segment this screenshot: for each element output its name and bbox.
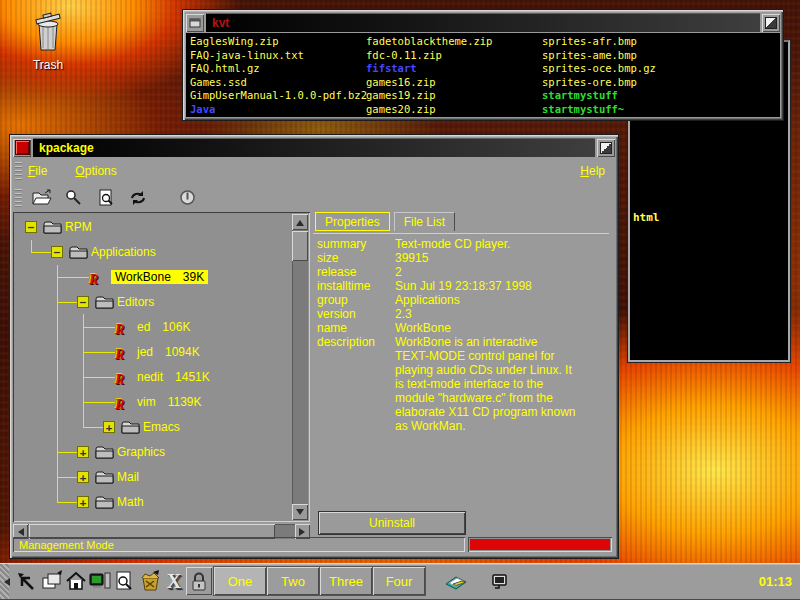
terminal-line: FAQ-java-linux.txt [190,49,367,63]
property-value: WorkBone is an interactive TEXT-MODE con… [395,335,576,433]
tab-properties[interactable]: Properties [315,212,390,231]
menu-help[interactable]: Help [580,164,605,178]
home-button[interactable] [63,568,89,594]
tree-expand-toggle[interactable]: + [77,471,89,483]
property-key: installtime [315,279,395,293]
find-package-button[interactable] [60,185,87,210]
scroll-down-button[interactable] [292,504,308,520]
open-package-button[interactable] [28,185,55,210]
tree-item-applications[interactable]: −Applications [15,240,292,265]
terminal-line: sprites-afr.bmp [542,35,656,49]
tree-item-label: RPM [65,220,92,234]
terminal-line: Games.ssd [190,76,367,90]
kvt-terminal-window[interactable]: kvt EaglesWing.zipFAQ-java-linux.txtFAQ.… [183,10,783,120]
tree-item-label: Emacs [143,420,180,434]
tree-expand-toggle[interactable]: + [77,496,89,508]
taskbar-window-button[interactable] [487,568,513,594]
tree-item-editors[interactable]: −Editors [15,290,292,315]
kvt-window-title: kvt [206,16,229,30]
menu-file[interactable]: File [28,164,47,178]
trash-desktop-icon[interactable]: Trash [16,12,80,72]
tree-item-rpm[interactable]: −RPM [15,215,292,240]
terminal-column: sprites-afr.bmpsprites-ame.bmpsprites-oc… [542,35,656,116]
tree-item-math[interactable]: +Math [15,490,292,515]
tree-item-vim[interactable]: Rvim1139K [15,390,292,415]
tree-item-jed[interactable]: Rjed1094K [15,340,292,365]
tab-file-list[interactable]: File List [394,212,455,231]
kvt-titlebar[interactable]: kvt [186,13,780,32]
package-size: 1139K [168,395,202,409]
kpackage-maximize-button[interactable] [597,139,615,157]
terminal-line: games19.zip [366,89,492,103]
terminal-line: FAQ.html.gz [190,62,367,76]
k-menu-icon [14,569,38,593]
tree-expand-toggle[interactable]: − [77,296,89,308]
scrollbar-thumb[interactable] [292,231,308,261]
uninstall-button[interactable]: Uninstall [319,512,465,534]
pager-desktop-three[interactable]: Three [320,567,372,595]
toolbox-button[interactable] [137,568,163,594]
reload-button[interactable] [124,185,151,210]
tree-expand-toggle[interactable]: − [51,246,63,258]
lock-screen-button[interactable] [186,567,212,595]
detail-tabs: PropertiesFile List [313,212,609,234]
background-terminal-text: html [633,211,660,224]
tree-connector [83,377,115,378]
find-files-button[interactable] [111,568,137,594]
kpackage-system-menu-button[interactable] [13,139,31,157]
kpackage-title-gradient: kpackage [33,138,595,157]
taskbar-clock: 01:13 [759,563,792,600]
panel-hide-handle[interactable] [0,564,9,599]
tree-item-label: nedit1451K [137,370,210,384]
package-size: 39K [183,270,204,284]
tree-item-ed[interactable]: Red106K [15,315,292,340]
x11-icon: X [167,570,181,593]
tree-item-workbone[interactable]: RWorkBone39K [15,265,292,290]
kvt-system-menu-button[interactable] [186,14,204,32]
tree-expand-toggle[interactable]: − [25,221,37,233]
property-value: Text-mode CD player. [395,237,510,251]
folder-icon [43,220,62,238]
package-icon: R [115,370,131,388]
arrow-left-icon [14,528,24,536]
package-tree: −RPM−ApplicationsRWorkBone39K−EditorsRed… [15,214,292,520]
pager-desktop-four[interactable]: Four [373,567,425,595]
k-menu-button[interactable] [13,568,39,594]
tree-item-emacs[interactable]: +Emacs [15,415,292,440]
terminal-launcher-button[interactable] [87,568,113,594]
kpackage-titlebar[interactable]: kpackage [13,138,615,157]
tree-connector [83,427,103,428]
property-row: nameWorkBone [315,321,609,335]
tree-vertical-scrollbar[interactable] [292,214,308,520]
kpackage-window-title: kpackage [33,141,94,155]
terminal-line: EaglesWing.zip [190,35,367,49]
tree-expand-toggle[interactable]: + [103,421,115,433]
tree-item-graphics[interactable]: +Graphics [15,440,292,465]
property-key: group [315,293,395,307]
terminal-line: fdc-0.11.zip [366,49,492,63]
terminal-line: startmystuff~ [542,103,656,117]
notes-button[interactable] [443,568,469,594]
pager-desktop-one[interactable]: One [214,567,266,595]
kvt-maximize-button[interactable] [762,14,780,32]
package-detail-panel: PropertiesFile List summaryText-mode CD … [313,212,609,522]
pager-desktop-two[interactable]: Two [267,567,319,595]
tree-item-nedit[interactable]: Rnedit1451K [15,365,292,390]
reload-icon [129,190,147,206]
kpackage-window[interactable]: kpackage FileOptionsHelp [10,135,618,558]
menu-options[interactable]: Options [75,164,116,178]
property-key: summary [315,237,395,251]
package-size: 1451K [175,370,210,384]
kvt-title-gradient: kvt [206,13,760,32]
tree-expand-toggle[interactable]: + [77,446,89,458]
tree-connector [57,477,77,478]
menubar-drag-handle[interactable] [15,162,22,180]
tree-item-mail[interactable]: +Mail [15,465,292,490]
window-list-button[interactable] [39,568,65,594]
scroll-up-button[interactable] [292,214,308,230]
toolbar-drag-handle[interactable] [15,189,22,207]
tree-connector [83,352,115,353]
exit-button[interactable] [174,185,201,210]
find-file-button[interactable] [92,185,119,210]
x11-button[interactable]: X [161,568,187,594]
